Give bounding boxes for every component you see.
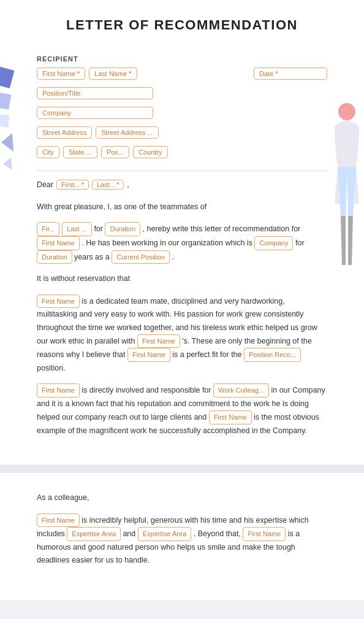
section-divider bbox=[0, 464, 364, 473]
name-row: First Name * Last Name * bbox=[37, 67, 168, 80]
document-area: RECIPIENT First Name * Last Name * bbox=[0, 44, 364, 464]
dear-first-field[interactable]: First... * bbox=[56, 180, 89, 190]
last-name-field[interactable]: Last Name * bbox=[89, 67, 137, 80]
p1-current-position-field[interactable]: Current Position bbox=[112, 250, 170, 264]
recipient-label: RECIPIENT bbox=[37, 55, 327, 63]
req-star: * bbox=[82, 181, 84, 188]
date-required-star: * bbox=[275, 70, 278, 77]
p1-firstname1-field[interactable]: First Name bbox=[37, 236, 80, 250]
country-field[interactable]: Country bbox=[133, 146, 168, 158]
p4-firstname-field[interactable]: First Name bbox=[37, 513, 80, 528]
p3-work-colleague-field[interactable]: Work Colleag... bbox=[213, 383, 269, 398]
p4-expertise2-field[interactable]: Expertise Area bbox=[138, 527, 192, 541]
p4-firstname2-field[interactable]: First Name bbox=[243, 527, 286, 541]
page-wrapper: LETTER OF RECOMMENDATION bbox=[0, 0, 364, 600]
p1-company-field[interactable]: Company bbox=[254, 236, 293, 250]
svg-point-5 bbox=[338, 103, 355, 120]
paragraph-2: It is without reservation that bbox=[37, 272, 327, 285]
letter-body: With great pleasure, I, as one of the te… bbox=[37, 201, 327, 437]
svg-rect-0 bbox=[0, 66, 15, 88]
svg-rect-2 bbox=[0, 114, 9, 128]
location-row: City State ... Pos... Country bbox=[37, 146, 168, 158]
second-page-body: As a colleague, First Name is incredibly… bbox=[37, 491, 327, 567]
first-name-field[interactable]: First Name * bbox=[37, 67, 85, 80]
company-row: Company bbox=[37, 107, 168, 119]
state-field[interactable]: State ... bbox=[63, 146, 97, 158]
paragraph-1: With great pleasure, I, as one of the te… bbox=[37, 201, 327, 213]
dear-line: Dear First... * Last... * , bbox=[37, 180, 327, 190]
position-row: Position/Title bbox=[37, 87, 168, 99]
p1-fir-field[interactable]: Fir... bbox=[37, 222, 59, 236]
p1-duration2-field[interactable]: Duration bbox=[37, 250, 72, 264]
header-section: LETTER OF RECOMMENDATION bbox=[0, 0, 364, 44]
recipient-row: First Name * Last Name * Position/Title bbox=[37, 67, 327, 162]
divider-1 bbox=[37, 171, 327, 171]
p2-firstname3-field[interactable]: First Name bbox=[127, 348, 170, 362]
recipient-left-fields: First Name * Last Name * Position/Title bbox=[37, 67, 168, 162]
p1-last-field[interactable]: Last ... bbox=[62, 222, 92, 236]
second-page: As a colleague, First Name is incredibly… bbox=[0, 473, 364, 600]
page-title: LETTER OF RECOMMENDATION bbox=[12, 17, 352, 33]
paragraph-4: As a colleague, bbox=[37, 491, 327, 504]
date-field[interactable]: Date * bbox=[254, 67, 327, 80]
required-star-2: * bbox=[129, 70, 131, 77]
p2-position-reco-field[interactable]: Position Reco... bbox=[244, 348, 301, 362]
right-decoration bbox=[328, 93, 364, 388]
svg-marker-3 bbox=[1, 133, 13, 152]
postal-field[interactable]: Pos... bbox=[101, 146, 129, 158]
required-star: * bbox=[77, 70, 80, 77]
p2-firstname2-field[interactable]: First Name bbox=[137, 334, 180, 348]
street-address1-field[interactable]: Street Address bbox=[37, 126, 92, 139]
p3-firstname2-field[interactable]: First Name bbox=[209, 410, 252, 425]
svg-marker-4 bbox=[3, 158, 12, 170]
dear-last-field[interactable]: Last... * bbox=[92, 180, 124, 190]
street-row: Street Address Street Address ... bbox=[37, 126, 168, 139]
p3-firstname1-field[interactable]: First Name bbox=[37, 383, 80, 398]
company-field[interactable]: Company bbox=[37, 107, 153, 119]
svg-rect-1 bbox=[0, 92, 12, 110]
position-title-field[interactable]: Position/Title bbox=[37, 87, 153, 99]
street-address2-field[interactable]: Street Address ... bbox=[96, 126, 158, 139]
left-decoration bbox=[0, 44, 27, 259]
req-star-2: * bbox=[116, 181, 119, 188]
city-field[interactable]: City bbox=[37, 146, 59, 158]
p2-firstname-field[interactable]: First Name bbox=[37, 294, 80, 309]
p1-duration1-field[interactable]: Duration bbox=[105, 222, 140, 236]
p4-expertise1-field[interactable]: Expertise Area bbox=[67, 527, 121, 541]
